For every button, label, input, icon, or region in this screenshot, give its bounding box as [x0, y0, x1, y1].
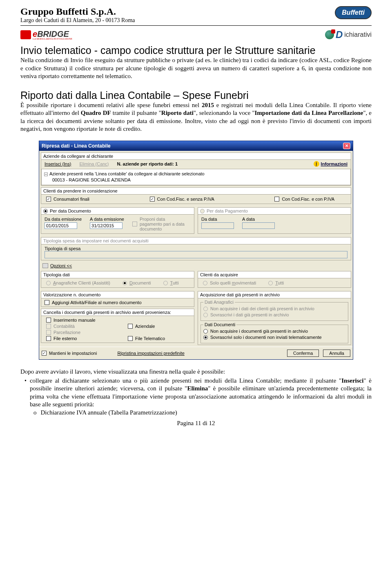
globe-icon: [325, 30, 334, 39]
dialog-title: Ripresa dati - Linea Contabile: [42, 143, 111, 149]
check-proponi: Proponi data pagamento pari a data docum…: [132, 217, 189, 231]
dialog-titlebar[interactable]: Ripresa dati - Linea Contabile ✕: [39, 141, 353, 151]
ebridge-sub: LA MODULARITÀ IN EVOLUZIONE: [33, 38, 72, 40]
check-contabilita: Contabilità: [46, 324, 128, 329]
group-valorizzazione: Valorizzazione n. documento Aggiungi Att…: [41, 291, 194, 307]
da-data-em-label: Da data emissione: [45, 217, 82, 222]
annulla-button[interactable]: Annulla: [323, 350, 350, 357]
cancella-title: Cancella i documenti già presenti in arc…: [41, 309, 194, 316]
radio-sovrascrivi-doc[interactable]: Sovrascrivi solo i documenti non inviati…: [203, 335, 345, 340]
tree-root[interactable]: –Aziende presenti nella 'Linea contabile…: [44, 171, 348, 177]
valorizzazione-title: Valorizzazione n. documento: [41, 291, 194, 298]
group-clienti: Clienti da prendere in considerazione Co…: [41, 187, 351, 204]
company-name: Gruppo Buffetti S.p.A.: [20, 6, 135, 17]
sub-o-text: Dichiarazione IVA annuale (Tabella Param…: [41, 409, 177, 417]
group-clienti-acquisire: Clienti da acquisire Solo quelli movimen…: [198, 271, 351, 288]
page-footer: Pagina 11 di 12: [20, 420, 372, 435]
ebridge-logo: eBRIDGE LA MODULARITÀ IN EVOLUZIONE: [20, 29, 72, 40]
group-cancella: Cancella i documenti già presenti in arc…: [41, 309, 194, 343]
ripristina-link[interactable]: Ripristina impostazioni predefinite: [117, 351, 184, 356]
dati-anag-legend: Dati Anagrafici: [203, 300, 235, 305]
group-per-data-pagamento: Per data Pagamento Da data A data: [198, 207, 351, 234]
tipologia-spesa-title: Tipologia spesa da impostare nei documen…: [41, 237, 351, 244]
dichiarativi-logo: Dichiarativi: [325, 29, 372, 40]
a-data-label: A data: [242, 217, 275, 222]
elimina-link[interactable]: Elimina (Canc): [79, 161, 109, 166]
a-data-input[interactable]: 31/12/2015: [90, 222, 122, 229]
radio-tutti-dati: Tutti: [163, 280, 179, 285]
group-clienti-title: Clienti da prendere in considerazione: [41, 188, 351, 195]
radio-anag-clienti: AAnagrafiche Clienti (Assistiti)nagrafic…: [46, 280, 110, 285]
opzioni-icon: [42, 263, 48, 268]
group-aziende-title: Aziende da collegare al dichiarante: [41, 153, 351, 160]
info-icon: i: [314, 161, 319, 167]
radio-per-data-pag: [200, 209, 205, 213]
conferma-button[interactable]: Conferma: [287, 350, 319, 357]
ebridge-bridge: BRIDGE: [37, 29, 69, 38]
section2-title: Riporto dati dalla Linea Contabile – Spe…: [20, 90, 372, 101]
bullet-icon: •: [20, 377, 27, 409]
a-data-em-label: A data emissione: [90, 217, 124, 222]
group-tipologia-spesa: Tipologia spesa da impostare nei documen…: [41, 237, 351, 260]
da-data-pag-input: [201, 222, 234, 229]
check-aziendale[interactable]: Aziendale: [128, 324, 155, 329]
check-parcellazione: Parcellazione: [46, 330, 189, 335]
group-acquisizione: Acquisizione dati già presenti in archiv…: [198, 291, 351, 345]
group-tipologia-dati: Tipologia dati AAnagrafiche Clienti (Ass…: [41, 271, 194, 288]
ebridge-icon: [20, 30, 31, 39]
informazioni-button[interactable]: i Informazioni: [314, 161, 347, 167]
acquisizione-title: Acquisizione dati già presenti in archiv…: [198, 291, 351, 298]
clienti-acquisire-title: Clienti da acquisire: [198, 271, 351, 278]
bullet-text: collegare al dichiarante selezionato una…: [30, 377, 372, 409]
section1-body: Nella condizione di Invio file eseguito …: [20, 56, 372, 81]
check-cf-piva[interactable]: Con Cod.Fisc. e con P.IVA: [274, 197, 334, 202]
n-aziende-label: N. aziende per riporto dati: 1: [117, 161, 178, 166]
section1-title: Invio telematico - campo codice struttur…: [20, 45, 372, 56]
dati-doc-legend: Dati Documenti: [203, 322, 236, 327]
radio-documenti: Documenti: [122, 280, 151, 285]
group-per-data-documento: Per data Documento Da data emissione01/0…: [41, 207, 194, 234]
radio-sovrascrivi-clienti: Sovrascrivi i dati già presenti in archi…: [203, 312, 345, 317]
after-dialog-text: Dopo avere avviato il lavoro, viene visu…: [20, 368, 372, 417]
tipologia-spesa-label: Tipologia di spesa: [45, 246, 347, 251]
sub-o-marker: o: [33, 409, 37, 417]
tipologia-spesa-select: [45, 251, 347, 258]
ripresa-dati-dialog: Ripresa dati - Linea Contabile ✕ Aziende…: [39, 141, 353, 360]
da-data-label: Da data: [201, 217, 234, 222]
dichiarativi-rest: ichiarativi: [344, 31, 372, 38]
close-button[interactable]: ✕: [343, 143, 350, 149]
header-divider: [20, 25, 372, 26]
radio-non-acq-doc[interactable]: Non acquisire i documenti già presenti i…: [203, 329, 345, 334]
after-intro: Dopo avere avviato il lavoro, viene visu…: [20, 368, 372, 376]
check-file-telematico[interactable]: File Telematico: [128, 336, 165, 341]
section2-body: È possibile riportare i documenti relati…: [20, 101, 372, 133]
company-address: Largo dei Caduti di El Alamein, 20 - 001…: [20, 17, 135, 24]
aziende-tree[interactable]: –Aziende presenti nella 'Linea contabile…: [41, 169, 351, 186]
inserisci-link[interactable]: Inserisci (Ins): [45, 161, 71, 166]
radio-tutti-clienti: Tutti: [268, 280, 284, 285]
check-mantieni[interactable]: Mantieni le impostazioni: [42, 351, 97, 356]
group-aziende: Aziende da collegare al dichiarante Inse…: [41, 152, 351, 186]
dialog-footer: Mantieni le impostazioni Ripristina impo…: [39, 347, 353, 359]
a-data-pag-input: [242, 222, 275, 229]
ebridge-e: e: [33, 29, 37, 38]
tree-item-00013[interactable]: 00013 - RAGIONE SOCIALE AZIENDA: [44, 177, 348, 183]
da-data-input[interactable]: 01/01/2015: [45, 222, 77, 229]
check-aggiungi[interactable]: Aggiungi Attività/Filiale al numero docu…: [45, 300, 191, 305]
radio-per-data-doc[interactable]: [43, 209, 48, 213]
opzioni-toggle[interactable]: Opzioni <<: [50, 263, 72, 268]
check-ins-manuale[interactable]: Inserimento manuale: [46, 318, 189, 323]
fieldset-dati-anag: Dati Anagrafici Non acquisire i dati dei…: [200, 300, 348, 321]
radio-solo-mov: Solo quelli movimentati: [203, 280, 256, 285]
dichiarativi-d: D: [336, 29, 343, 40]
page-header: Gruppo Buffetti S.p.A. Largo dei Caduti …: [20, 0, 372, 40]
check-cf-nopiva[interactable]: Con Cod.Fisc. e senza P.IVA: [150, 197, 214, 202]
company-block: Gruppo Buffetti S.p.A. Largo dei Caduti …: [20, 6, 135, 24]
tipologia-dati-title: Tipologia dati: [41, 271, 194, 278]
radio-non-acq-clienti: Non acquisire i dati dei clienti già pre…: [203, 306, 345, 311]
check-consumatori[interactable]: Consumatori finali: [46, 197, 89, 202]
buffetti-logo: Buffetti: [335, 6, 372, 19]
check-file-esterno[interactable]: File esterno: [46, 336, 128, 341]
fieldset-dati-doc: Dati Documenti Non acquisire i documenti…: [200, 322, 348, 343]
